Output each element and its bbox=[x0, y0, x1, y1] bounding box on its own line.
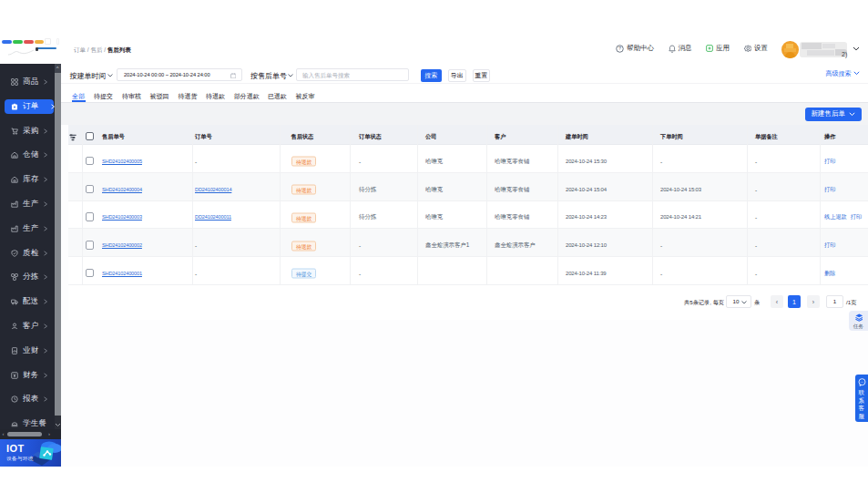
svg-text:?: ? bbox=[618, 46, 621, 51]
